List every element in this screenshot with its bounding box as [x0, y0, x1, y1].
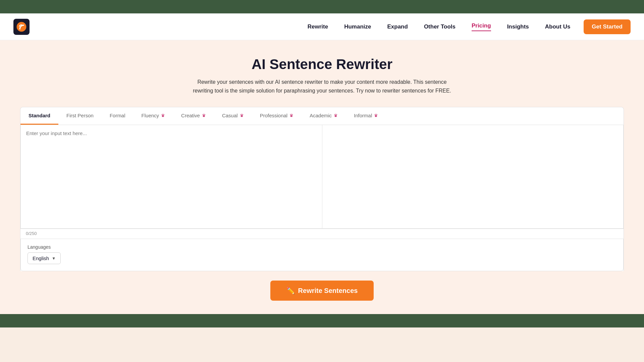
main-content: AI Sentence Rewriter Rewrite your senten… — [0, 40, 644, 314]
tab-informal[interactable]: Informal ♛ — [346, 107, 386, 125]
language-select[interactable]: English ▼ — [28, 252, 61, 264]
nav-expand[interactable]: Expand — [387, 23, 408, 30]
nav-about-us[interactable]: About Us — [545, 23, 571, 30]
casual-premium-icon: ♛ — [240, 113, 244, 118]
bottom-bar — [0, 314, 644, 327]
get-started-button[interactable]: Get Started — [584, 19, 631, 34]
svg-point-0 — [17, 22, 26, 32]
page-title: AI Sentence Rewriter — [20, 56, 624, 72]
nav-pricing[interactable]: Pricing — [472, 22, 491, 31]
fluency-premium-icon: ♛ — [161, 113, 165, 118]
tab-professional[interactable]: Professional ♛ — [252, 107, 302, 125]
input-pane — [21, 125, 322, 228]
nav-humanize[interactable]: Humanize — [344, 23, 371, 30]
logo[interactable] — [13, 19, 30, 35]
nav-rewrite[interactable]: Rewrite — [308, 23, 328, 30]
tab-fluency[interactable]: Fluency ♛ — [133, 107, 173, 125]
tab-formal[interactable]: Formal — [102, 107, 133, 125]
page-description: Rewrite your sentences with our AI sente… — [191, 78, 453, 95]
tabs-container: Standard First Person Formal Fluency ♛ C… — [20, 107, 624, 271]
word-count: 0/250 — [20, 229, 624, 239]
tab-standard[interactable]: Standard — [20, 107, 58, 125]
main-nav: Rewrite Humanize Expand Other Tools Pric… — [308, 22, 571, 31]
tab-academic[interactable]: Academic ♛ — [302, 107, 346, 125]
selected-language: English — [33, 255, 49, 261]
languages-label: Languages — [28, 244, 616, 250]
chevron-down-icon: ▼ — [52, 256, 56, 261]
editor-area — [20, 125, 624, 229]
output-pane — [322, 125, 624, 228]
rewrite-btn-label: Rewrite Sentences — [298, 287, 358, 295]
nav-other-tools[interactable]: Other Tools — [424, 23, 455, 30]
rewrite-btn-container: ✏️ Rewrite Sentences — [20, 281, 624, 301]
tab-creative[interactable]: Creative ♛ — [173, 107, 214, 125]
creative-premium-icon: ♛ — [202, 113, 206, 118]
rewrite-icon: ✏️ — [286, 287, 295, 295]
tab-casual[interactable]: Casual ♛ — [214, 107, 252, 125]
academic-premium-icon: ♛ — [334, 113, 338, 118]
professional-premium-icon: ♛ — [289, 113, 293, 118]
informal-premium-icon: ♛ — [374, 113, 378, 118]
mode-tabs: Standard First Person Formal Fluency ♛ C… — [20, 107, 624, 125]
tab-first-person[interactable]: First Person — [58, 107, 102, 125]
rewrite-sentences-button[interactable]: ✏️ Rewrite Sentences — [270, 281, 374, 301]
nav-insights[interactable]: Insights — [507, 23, 529, 30]
header: Rewrite Humanize Expand Other Tools Pric… — [0, 13, 644, 40]
top-bar — [0, 0, 644, 13]
bottom-controls: Languages English ▼ — [20, 239, 624, 271]
input-textarea[interactable] — [26, 130, 317, 223]
